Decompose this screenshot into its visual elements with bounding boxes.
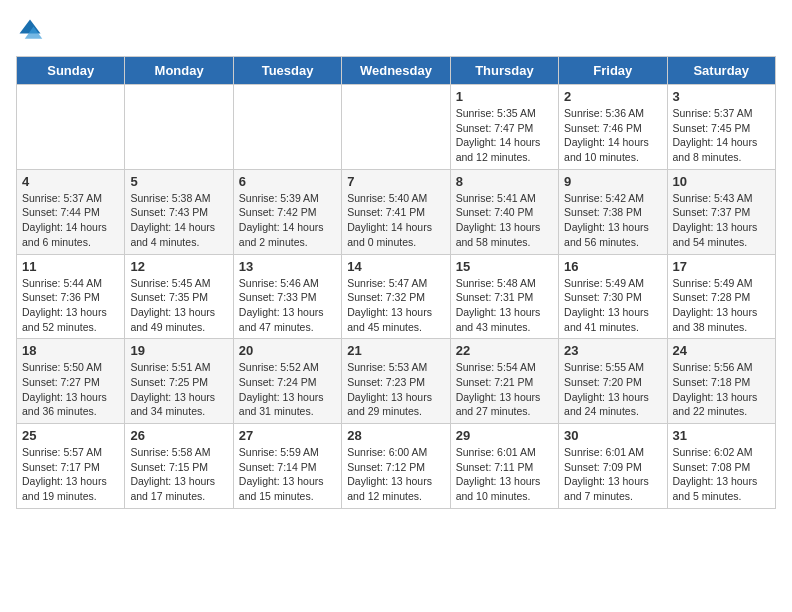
day-number: 21 [347,343,444,358]
calendar-cell: 22Sunrise: 5:54 AM Sunset: 7:21 PM Dayli… [450,339,558,424]
calendar-cell: 9Sunrise: 5:42 AM Sunset: 7:38 PM Daylig… [559,169,667,254]
calendar-cell: 3Sunrise: 5:37 AM Sunset: 7:45 PM Daylig… [667,85,775,170]
calendar-cell: 4Sunrise: 5:37 AM Sunset: 7:44 PM Daylig… [17,169,125,254]
calendar-cell: 7Sunrise: 5:40 AM Sunset: 7:41 PM Daylig… [342,169,450,254]
day-number: 17 [673,259,770,274]
logo [16,16,48,44]
day-info: Sunrise: 6:01 AM Sunset: 7:09 PM Dayligh… [564,445,661,504]
day-info: Sunrise: 5:42 AM Sunset: 7:38 PM Dayligh… [564,191,661,250]
day-number: 13 [239,259,336,274]
calendar-cell: 28Sunrise: 6:00 AM Sunset: 7:12 PM Dayli… [342,424,450,509]
day-number: 8 [456,174,553,189]
day-info: Sunrise: 5:49 AM Sunset: 7:30 PM Dayligh… [564,276,661,335]
weekday-header: Thursday [450,57,558,85]
day-number: 10 [673,174,770,189]
day-info: Sunrise: 5:41 AM Sunset: 7:40 PM Dayligh… [456,191,553,250]
calendar-cell: 26Sunrise: 5:58 AM Sunset: 7:15 PM Dayli… [125,424,233,509]
calendar-cell [17,85,125,170]
calendar-cell: 24Sunrise: 5:56 AM Sunset: 7:18 PM Dayli… [667,339,775,424]
day-info: Sunrise: 6:01 AM Sunset: 7:11 PM Dayligh… [456,445,553,504]
day-number: 27 [239,428,336,443]
day-number: 31 [673,428,770,443]
calendar-table: SundayMondayTuesdayWednesdayThursdayFrid… [16,56,776,509]
day-number: 15 [456,259,553,274]
calendar-cell: 31Sunrise: 6:02 AM Sunset: 7:08 PM Dayli… [667,424,775,509]
day-number: 24 [673,343,770,358]
day-info: Sunrise: 6:00 AM Sunset: 7:12 PM Dayligh… [347,445,444,504]
day-number: 16 [564,259,661,274]
day-number: 6 [239,174,336,189]
day-number: 1 [456,89,553,104]
day-number: 3 [673,89,770,104]
calendar-cell [125,85,233,170]
day-info: Sunrise: 5:45 AM Sunset: 7:35 PM Dayligh… [130,276,227,335]
day-info: Sunrise: 5:49 AM Sunset: 7:28 PM Dayligh… [673,276,770,335]
day-number: 4 [22,174,119,189]
calendar-cell: 27Sunrise: 5:59 AM Sunset: 7:14 PM Dayli… [233,424,341,509]
day-info: Sunrise: 5:35 AM Sunset: 7:47 PM Dayligh… [456,106,553,165]
page-header [16,16,776,44]
weekday-header: Monday [125,57,233,85]
day-number: 11 [22,259,119,274]
logo-icon [16,16,44,44]
calendar-cell: 21Sunrise: 5:53 AM Sunset: 7:23 PM Dayli… [342,339,450,424]
calendar-cell [233,85,341,170]
day-info: Sunrise: 5:48 AM Sunset: 7:31 PM Dayligh… [456,276,553,335]
calendar-cell: 14Sunrise: 5:47 AM Sunset: 7:32 PM Dayli… [342,254,450,339]
calendar-cell: 12Sunrise: 5:45 AM Sunset: 7:35 PM Dayli… [125,254,233,339]
calendar-cell: 17Sunrise: 5:49 AM Sunset: 7:28 PM Dayli… [667,254,775,339]
calendar-cell: 6Sunrise: 5:39 AM Sunset: 7:42 PM Daylig… [233,169,341,254]
calendar-cell: 30Sunrise: 6:01 AM Sunset: 7:09 PM Dayli… [559,424,667,509]
day-number: 29 [456,428,553,443]
day-info: Sunrise: 5:50 AM Sunset: 7:27 PM Dayligh… [22,360,119,419]
day-number: 25 [22,428,119,443]
day-number: 5 [130,174,227,189]
day-info: Sunrise: 5:52 AM Sunset: 7:24 PM Dayligh… [239,360,336,419]
day-info: Sunrise: 5:47 AM Sunset: 7:32 PM Dayligh… [347,276,444,335]
calendar-cell: 13Sunrise: 5:46 AM Sunset: 7:33 PM Dayli… [233,254,341,339]
day-info: Sunrise: 5:36 AM Sunset: 7:46 PM Dayligh… [564,106,661,165]
day-info: Sunrise: 5:40 AM Sunset: 7:41 PM Dayligh… [347,191,444,250]
calendar-cell: 2Sunrise: 5:36 AM Sunset: 7:46 PM Daylig… [559,85,667,170]
calendar-cell: 15Sunrise: 5:48 AM Sunset: 7:31 PM Dayli… [450,254,558,339]
calendar-cell: 18Sunrise: 5:50 AM Sunset: 7:27 PM Dayli… [17,339,125,424]
day-info: Sunrise: 5:37 AM Sunset: 7:45 PM Dayligh… [673,106,770,165]
weekday-header: Sunday [17,57,125,85]
calendar-cell: 16Sunrise: 5:49 AM Sunset: 7:30 PM Dayli… [559,254,667,339]
weekday-header: Tuesday [233,57,341,85]
calendar-cell: 8Sunrise: 5:41 AM Sunset: 7:40 PM Daylig… [450,169,558,254]
day-number: 9 [564,174,661,189]
day-info: Sunrise: 5:51 AM Sunset: 7:25 PM Dayligh… [130,360,227,419]
calendar-cell: 19Sunrise: 5:51 AM Sunset: 7:25 PM Dayli… [125,339,233,424]
calendar-cell: 29Sunrise: 6:01 AM Sunset: 7:11 PM Dayli… [450,424,558,509]
day-info: Sunrise: 5:58 AM Sunset: 7:15 PM Dayligh… [130,445,227,504]
day-number: 18 [22,343,119,358]
day-number: 20 [239,343,336,358]
day-info: Sunrise: 6:02 AM Sunset: 7:08 PM Dayligh… [673,445,770,504]
weekday-header: Saturday [667,57,775,85]
day-info: Sunrise: 5:37 AM Sunset: 7:44 PM Dayligh… [22,191,119,250]
day-number: 26 [130,428,227,443]
day-info: Sunrise: 5:56 AM Sunset: 7:18 PM Dayligh… [673,360,770,419]
weekday-header: Wednesday [342,57,450,85]
calendar-cell: 11Sunrise: 5:44 AM Sunset: 7:36 PM Dayli… [17,254,125,339]
day-info: Sunrise: 5:38 AM Sunset: 7:43 PM Dayligh… [130,191,227,250]
day-number: 14 [347,259,444,274]
calendar-cell: 5Sunrise: 5:38 AM Sunset: 7:43 PM Daylig… [125,169,233,254]
calendar-cell [342,85,450,170]
day-number: 22 [456,343,553,358]
day-number: 28 [347,428,444,443]
day-number: 23 [564,343,661,358]
calendar-cell: 25Sunrise: 5:57 AM Sunset: 7:17 PM Dayli… [17,424,125,509]
day-info: Sunrise: 5:57 AM Sunset: 7:17 PM Dayligh… [22,445,119,504]
calendar-cell: 20Sunrise: 5:52 AM Sunset: 7:24 PM Dayli… [233,339,341,424]
day-number: 19 [130,343,227,358]
day-info: Sunrise: 5:43 AM Sunset: 7:37 PM Dayligh… [673,191,770,250]
day-info: Sunrise: 5:46 AM Sunset: 7:33 PM Dayligh… [239,276,336,335]
day-info: Sunrise: 5:54 AM Sunset: 7:21 PM Dayligh… [456,360,553,419]
calendar-cell: 1Sunrise: 5:35 AM Sunset: 7:47 PM Daylig… [450,85,558,170]
day-number: 2 [564,89,661,104]
day-info: Sunrise: 5:53 AM Sunset: 7:23 PM Dayligh… [347,360,444,419]
calendar-body: 1Sunrise: 5:35 AM Sunset: 7:47 PM Daylig… [17,85,776,509]
day-number: 12 [130,259,227,274]
